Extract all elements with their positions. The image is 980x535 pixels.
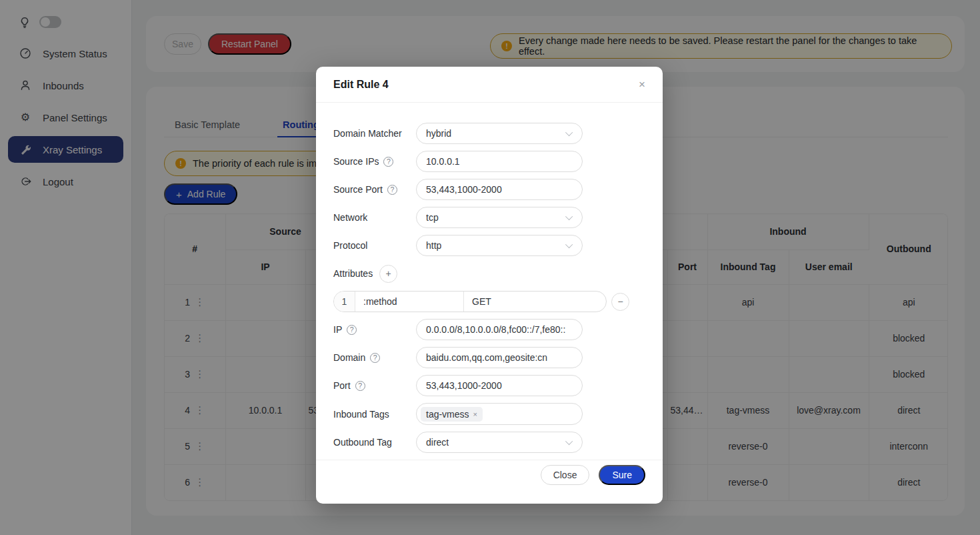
modal-footer: Close Sure [316, 460, 663, 490]
field-ip: IP ? 0.0.0.0/8,10.0.0.0/8,fc00::/7,fe80:… [333, 319, 645, 340]
field-domain-matcher: Domain Matcher hybrid [333, 123, 645, 144]
chevron-down-icon [565, 213, 573, 220]
field-protocol: Protocol http [333, 235, 645, 256]
field-source-ips: Source IPs ? 10.0.0.1 [333, 151, 645, 172]
field-label: Network [333, 212, 416, 223]
help-icon[interactable]: ? [387, 185, 397, 195]
remove-attribute-button[interactable]: − [611, 293, 629, 311]
field-label: IP ? [333, 324, 416, 335]
port-input[interactable]: 53,443,1000-2000 [416, 375, 583, 396]
edit-rule-modal: Edit Rule 4 × Domain Matcher hybrid Sour… [316, 67, 663, 504]
field-outbound-tag: Outbound Tag direct [333, 432, 645, 453]
attribute-box: 1 :method GET [333, 291, 607, 312]
field-inbound-tags: Inbound Tags tag-vmess × [333, 403, 645, 425]
field-label: Outbound Tag [333, 437, 416, 448]
field-label: Protocol [333, 240, 416, 251]
attribute-index: 1 [334, 292, 355, 312]
field-label: Domain Matcher [333, 128, 416, 139]
attribute-row: 1 :method GET − [333, 291, 645, 312]
modal-close-button[interactable]: Close [541, 465, 590, 485]
field-label: Source Port ? [333, 184, 416, 195]
chevron-down-icon [565, 241, 573, 248]
source-ips-input[interactable]: 10.0.0.1 [416, 151, 583, 172]
add-attribute-button[interactable]: + [379, 265, 397, 283]
help-icon[interactable]: ? [347, 325, 357, 335]
modal-header: Edit Rule 4 × [316, 67, 663, 103]
domain-matcher-select[interactable]: hybrid [416, 123, 583, 144]
help-icon[interactable]: ? [370, 353, 380, 363]
field-label: Inbound Tags [333, 409, 416, 420]
field-label: Source IPs ? [333, 156, 416, 167]
field-attributes-label: Attributes + [333, 263, 645, 284]
chevron-down-icon [565, 129, 573, 136]
ip-input[interactable]: 0.0.0.0/8,10.0.0.0/8,fc00::/7,fe80:: [416, 319, 583, 340]
field-label: Port ? [333, 380, 416, 391]
modal-body: Domain Matcher hybrid Source IPs ? 10.0.… [316, 103, 663, 453]
tag-chip: tag-vmess × [421, 407, 483, 422]
outbound-tag-select[interactable]: direct [416, 432, 583, 453]
remove-tag-icon[interactable]: × [473, 410, 477, 418]
protocol-select[interactable]: http [416, 235, 583, 256]
help-icon[interactable]: ? [355, 381, 365, 391]
field-source-port: Source Port ? 53,443,1000-2000 [333, 179, 645, 200]
modal-title: Edit Rule 4 [333, 79, 389, 91]
field-network: Network tcp [333, 207, 645, 228]
chevron-down-icon [565, 438, 573, 445]
attribute-key-input[interactable]: :method [355, 292, 464, 312]
inbound-tags-select[interactable]: tag-vmess × [416, 403, 583, 425]
field-port: Port ? 53,443,1000-2000 [333, 375, 645, 396]
close-icon[interactable]: × [639, 79, 645, 90]
attribute-value-input[interactable]: GET [464, 292, 606, 312]
source-port-input[interactable]: 53,443,1000-2000 [416, 179, 583, 200]
modal-sure-button[interactable]: Sure [599, 465, 645, 485]
network-select[interactable]: tcp [416, 207, 583, 228]
help-icon[interactable]: ? [383, 157, 393, 167]
domain-input[interactable]: baidu.com,qq.com,geosite:cn [416, 347, 583, 368]
field-domain: Domain ? baidu.com,qq.com,geosite:cn [333, 347, 645, 368]
field-label: Attributes + [333, 265, 416, 283]
field-label: Domain ? [333, 352, 416, 363]
